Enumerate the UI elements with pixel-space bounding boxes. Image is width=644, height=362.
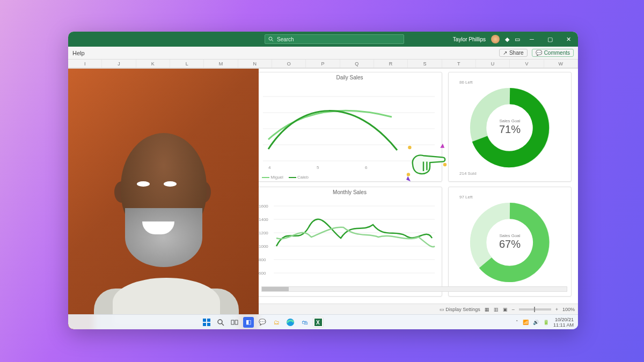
- svg-rect-32: [203, 319, 206, 322]
- zoom-in-button[interactable]: +: [555, 307, 558, 312]
- view-normal-icon[interactable]: ▦: [485, 307, 489, 312]
- svg-marker-28: [440, 144, 444, 148]
- battery-icon[interactable]: 🔋: [543, 320, 549, 325]
- maximize-button[interactable]: ▢: [544, 34, 557, 45]
- start-button[interactable]: [201, 317, 212, 328]
- svg-point-26: [443, 163, 447, 166]
- column-header-R[interactable]: R: [374, 60, 408, 68]
- sales-goal-donut-2[interactable]: 97 Left Sales Goal 67%: [448, 187, 572, 297]
- user-name[interactable]: Taylor Phillips: [453, 36, 486, 42]
- tab-help[interactable]: Help: [72, 50, 85, 56]
- share-icon: ↗: [503, 50, 507, 56]
- diamond-icon[interactable]: ◆: [505, 36, 509, 43]
- chat-icon[interactable]: 💬: [257, 317, 268, 328]
- svg-line-37: [222, 323, 224, 326]
- column-header-J[interactable]: J: [102, 60, 136, 68]
- svg-point-0: [269, 37, 272, 40]
- video-participant-photo: [68, 69, 259, 329]
- svg-text:1400: 1400: [259, 217, 268, 222]
- svg-text:1000: 1000: [259, 244, 268, 249]
- svg-text:1200: 1200: [259, 231, 268, 235]
- search-placeholder: Search: [277, 36, 294, 42]
- svg-rect-34: [203, 323, 206, 326]
- column-header-L[interactable]: L: [170, 60, 204, 68]
- column-header-T[interactable]: T: [442, 60, 476, 68]
- search-input[interactable]: Search: [265, 34, 404, 44]
- column-header-W[interactable]: W: [544, 60, 578, 68]
- donut1-sold-label: 214 Sold: [459, 171, 477, 176]
- svg-text:600: 600: [259, 271, 266, 276]
- svg-rect-33: [207, 319, 210, 322]
- minimize-button[interactable]: ─: [525, 34, 538, 45]
- svg-text:5: 5: [317, 165, 319, 170]
- zoom-out-button[interactable]: –: [512, 307, 515, 312]
- close-button[interactable]: ✕: [562, 34, 575, 45]
- app-window: Search Taylor Phillips ◆ ▭ ─ ▢ ✕ Help ↗ …: [68, 32, 578, 329]
- view-page-layout-icon[interactable]: ▥: [494, 307, 499, 312]
- daily-legend: Miguel Caleb: [262, 175, 309, 180]
- worksheet-area[interactable]: Daily Sales 4 5 6 7 Miguel Caleb: [68, 68, 578, 304]
- windows-taskbar: ◧ 💬 🗂 🛍 X ˄ 📶 🔊 🔋 10/20/21 11:11 AM: [68, 314, 578, 329]
- share-button[interactable]: ↗ Share: [499, 49, 528, 57]
- svg-marker-29: [406, 176, 411, 182]
- title-bar: Search Taylor Phillips ◆ ▭ ─ ▢ ✕: [68, 32, 578, 47]
- monthly-sales-chart[interactable]: Monthly Sales 1600 1400 1200 1000 800 60…: [257, 187, 442, 297]
- svg-point-27: [407, 173, 410, 176]
- wifi-icon[interactable]: 📶: [523, 320, 529, 325]
- svg-text:6: 6: [365, 165, 368, 170]
- column-header-K[interactable]: K: [136, 60, 170, 68]
- horizontal-scrollbar[interactable]: [261, 286, 567, 292]
- svg-point-36: [218, 320, 222, 324]
- column-header-S[interactable]: S: [408, 60, 442, 68]
- donut2-left-label: 97 Left: [459, 195, 472, 200]
- ribbon-display-icon[interactable]: ▭: [515, 36, 520, 43]
- taskbar-search-icon[interactable]: [215, 317, 226, 328]
- share-label: Share: [509, 50, 524, 56]
- pointing-hand-sticker: [401, 141, 455, 184]
- view-page-break-icon[interactable]: ▣: [503, 307, 508, 312]
- volume-icon[interactable]: 🔊: [533, 320, 539, 325]
- svg-point-25: [408, 146, 411, 149]
- tray-chevron-icon[interactable]: ˄: [516, 320, 518, 325]
- donut1-center: Sales Goal 71%: [499, 119, 521, 136]
- svg-text:800: 800: [259, 257, 266, 262]
- column-header-O[interactable]: O: [272, 60, 306, 68]
- comment-icon: 💬: [536, 50, 542, 56]
- column-header-P[interactable]: P: [306, 60, 340, 68]
- file-explorer-icon[interactable]: 🗂: [271, 317, 282, 328]
- scrollbar-thumb[interactable]: [262, 287, 289, 291]
- sales-goal-donut-1[interactable]: 86 Left Sales Goal 71% 214 Sold: [448, 72, 572, 182]
- comments-label: Comments: [544, 50, 570, 56]
- monthly-chart-title: Monthly Sales: [258, 189, 442, 195]
- display-settings-button[interactable]: ▭ Display Settings: [440, 307, 480, 312]
- monthly-chart-svg: 1600 1400 1200 1000 800 600: [258, 195, 440, 286]
- task-view-icon[interactable]: [229, 317, 240, 328]
- taskbar-time[interactable]: 11:11 AM: [553, 322, 574, 328]
- daily-chart-title: Daily Sales: [258, 75, 442, 80]
- column-header-Q[interactable]: Q: [340, 60, 374, 68]
- column-header-M[interactable]: M: [204, 60, 238, 68]
- store-icon[interactable]: 🛍: [299, 317, 310, 328]
- column-header-I[interactable]: I: [68, 60, 102, 68]
- svg-text:4: 4: [268, 165, 271, 170]
- svg-text:1600: 1600: [259, 204, 268, 209]
- column-header-U[interactable]: U: [476, 60, 510, 68]
- donut1-left-label: 86 Left: [459, 80, 472, 85]
- column-header-V[interactable]: V: [510, 60, 544, 68]
- taskbar-date[interactable]: 10/20/21: [553, 317, 574, 322]
- comments-button[interactable]: 💬 Comments: [532, 49, 574, 57]
- avatar[interactable]: [491, 35, 500, 43]
- widgets-icon[interactable]: ◧: [243, 317, 254, 328]
- svg-text:X: X: [316, 320, 320, 326]
- svg-rect-39: [235, 320, 238, 324]
- column-headers[interactable]: IJKLMNOPQRSTUVW: [68, 60, 578, 68]
- column-header-N[interactable]: N: [238, 60, 272, 68]
- zoom-slider[interactable]: [519, 308, 551, 311]
- svg-rect-38: [231, 320, 234, 324]
- svg-line-1: [272, 40, 274, 42]
- search-icon: [268, 36, 274, 42]
- zoom-level[interactable]: 100%: [562, 307, 575, 312]
- excel-icon[interactable]: X: [313, 317, 324, 328]
- donut2-center: Sales Goal 67%: [499, 233, 521, 250]
- edge-icon[interactable]: [285, 317, 296, 328]
